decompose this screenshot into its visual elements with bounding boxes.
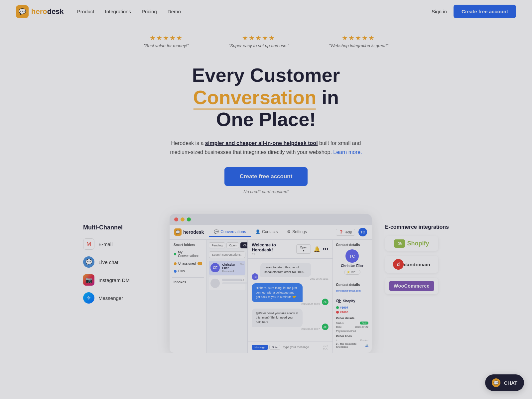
nav-tab-settings-icon: ⚙	[287, 229, 291, 234]
msg-time-2: 2023-08-30 10:15	[252, 303, 320, 305]
order-payment-label: Payment method	[336, 330, 356, 332]
app-logo-small-text: herodesk	[183, 229, 204, 235]
chat-open-button[interactable]: Open ▾	[296, 244, 311, 254]
msg-row-2: AE Hi there. Sure thing, let me just con…	[252, 283, 328, 305]
conv-preview-placeholder-2	[222, 282, 248, 284]
nav-tab-conversations-label: Conversations	[220, 229, 246, 234]
stars-3: ★★★★★	[342, 34, 375, 42]
hero-description: Herodesk is a simpler and cheaper all-in…	[163, 139, 369, 157]
msg-avatar-3: AE	[322, 324, 329, 330]
logo-brand: desk	[47, 7, 64, 16]
hero-section: Every Customer Conversation in One Place…	[0, 51, 532, 214]
contact-details-title: Contact details	[336, 283, 368, 287]
conv-item-1[interactable]: CE Christian Eller How can I return an o…	[209, 261, 245, 275]
filter-closed[interactable]: Closed	[240, 242, 248, 248]
chat-title: Welcome to Herodesk!	[252, 242, 296, 252]
order-1007-id[interactable]: #1007	[340, 306, 348, 309]
chat-bell-icon[interactable]: 🔔	[314, 246, 320, 252]
contact-name-large: Christian Eller	[336, 264, 368, 268]
channel-messenger-label: Messenger	[98, 295, 123, 301]
nav-item-integrations[interactable]: Integrations	[105, 9, 131, 14]
email-icon: M	[83, 238, 94, 250]
order-1007-dot	[336, 306, 339, 309]
conv-filters: Pending Open Closed	[209, 242, 245, 248]
channel-email-label: E-mail	[98, 241, 113, 247]
app-body: Smart folders My Conversations Unassigne…	[170, 240, 372, 353]
order-status-badge: Paid	[360, 322, 368, 325]
conv-item-2[interactable]: 1h	[209, 276, 245, 290]
filter-open[interactable]: Open	[226, 242, 239, 248]
msg-time-1: 2023-08-30 11:31	[260, 278, 328, 280]
help-button[interactable]: ❓ Help	[336, 229, 355, 236]
sidebar-my-conv-label: My Conversations	[178, 250, 202, 258]
nav-tab-contacts-icon: 👤	[255, 229, 260, 234]
ecommerce-title: E-commerce integrations	[385, 224, 449, 230]
hero-desc1: Herodesk is a	[171, 140, 205, 146]
order-line-1-link[interactable]: 🔗	[365, 344, 368, 347]
chat-actions: Open ▾ 🔔 •••	[296, 244, 328, 254]
plus-dot	[174, 270, 177, 273]
stars-2: ★★★★★	[242, 34, 275, 42]
sidebar-plus-label: Plus	[178, 269, 185, 273]
order-date-value: 2023-07-27	[355, 326, 368, 329]
shopify-label: Shopify	[343, 299, 355, 303]
contact-email[interactable]: christian@email.com	[336, 289, 368, 292]
sidebar-plus[interactable]: Plus	[172, 268, 204, 275]
sign-in-link[interactable]: Sign in	[432, 9, 447, 14]
order-line-1-text: 2 - The Complete Sneakbox	[336, 342, 364, 348]
nav-item-pricing[interactable]: Pricing	[142, 9, 157, 14]
nav-item-product[interactable]: Product	[77, 9, 94, 14]
nav-item-demo[interactable]: Demo	[168, 9, 181, 14]
woocommerce-integration-logo: WooCommerce	[385, 278, 438, 294]
conv-avatar-1: CE	[210, 263, 220, 272]
review-text-3: "Webshop integration is great!"	[329, 43, 388, 48]
order-1006-id[interactable]: #1006	[340, 311, 348, 314]
sidebar-unassigned[interactable]: Unassigned 2	[172, 260, 204, 267]
filter-pending[interactable]: Pending	[209, 242, 225, 248]
nav-tab-contacts[interactable]: 👤 Contacts	[251, 227, 282, 237]
channel-email: M E-mail	[83, 238, 156, 250]
logo-text: herodesk	[31, 7, 64, 16]
unassigned-dot	[174, 262, 177, 265]
channel-messenger: ✈ Messenger	[83, 292, 156, 304]
order-status-label: Status	[336, 322, 344, 325]
order-lines-title: Order lines	[336, 334, 368, 338]
msg-avatar-1: TC	[252, 273, 258, 280]
channel-instagram: 📷 Instagram DM	[83, 274, 156, 286]
chat-header-left: Welcome to Herodesk! #1	[252, 242, 296, 256]
app-sidebar: Smart folders My Conversations Unassigne…	[170, 240, 207, 353]
conv-search-input[interactable]	[209, 251, 245, 258]
chat-main: Welcome to Herodesk! #1 Open ▾ 🔔 •••	[248, 240, 332, 353]
contact-avatar-large: TC	[345, 249, 359, 263]
right-divider-2	[336, 295, 368, 295]
navbar-cta-button[interactable]: Create free account	[454, 5, 516, 18]
chat-type-tabs: Message Note	[252, 345, 280, 350]
nav-tab-settings[interactable]: ⚙ Settings	[282, 227, 311, 237]
msg-bubble-2: Hi there. Sure thing, let me just connec…	[252, 283, 303, 302]
review-3: ★★★★★ "Webshop integration is great!"	[329, 34, 388, 48]
logo[interactable]: 💬 herodesk	[16, 5, 64, 18]
hero-line2: in	[316, 86, 339, 108]
shopify-integration-logo: 🛍 Shopify	[385, 236, 438, 251]
contact-section-title: Contact details	[336, 243, 368, 247]
sidebar-my-conversations[interactable]: My Conversations	[172, 249, 204, 259]
channel-instagram-label: Instagram DM	[98, 277, 130, 283]
order-details-title: Order details	[336, 317, 368, 320]
hero-cta-button[interactable]: Create free account	[224, 167, 308, 186]
note-tab[interactable]: Note	[269, 345, 280, 350]
learn-more-link[interactable]: Learn more.	[333, 149, 362, 155]
order-1006: #1006	[336, 311, 368, 314]
order-line-1: 2 - The Complete Sneakbox 🔗	[336, 342, 368, 348]
message-tab[interactable]: Message	[252, 345, 268, 350]
sidebar-divider	[172, 277, 204, 278]
nav-tab-conversations[interactable]: 💬 Conversations	[209, 227, 251, 237]
chat-more-icon[interactable]: •••	[323, 246, 329, 252]
order-1007: #1007	[336, 306, 368, 309]
dandomain-integration-logo: d dandomain	[385, 256, 438, 273]
chat-input-field[interactable]	[283, 345, 320, 349]
order-payment-row: Payment method	[336, 330, 368, 332]
reviews-bar: ★★★★★ "Best value for money!" ★★★★★ "Sup…	[0, 23, 532, 51]
no-credit-card-text: No credit card required!	[243, 189, 289, 194]
app-logo-small-icon: 💬	[174, 228, 182, 236]
msg-row-3: AE @Peter could you take a look at this,…	[252, 309, 328, 331]
